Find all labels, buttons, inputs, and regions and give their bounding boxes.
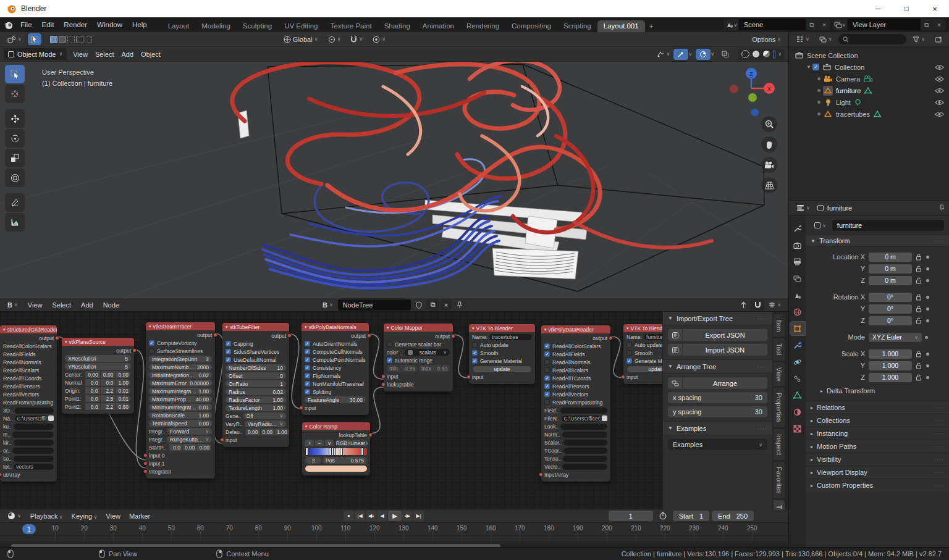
value-field[interactable]: 1.000 — [869, 361, 912, 370]
value-field[interactable]: 0° — [869, 304, 912, 314]
dropdown[interactable]: RungeKutta45∨ — [167, 436, 212, 443]
node-row-chk[interactable]: ✓ReadAllColorScalars — [544, 343, 607, 349]
node-row-chk[interactable]: ✓AutoOrientNormals — [305, 340, 366, 347]
checkbox[interactable]: ✓ — [544, 383, 550, 389]
checkbox[interactable]: ✓ — [226, 341, 231, 346]
viewport-menu-select[interactable]: Select — [91, 49, 118, 60]
node-color-ramp[interactable]: ▾Color RamplookupTable+−∨RGB ∨Linear ∨3P… — [302, 422, 370, 475]
node-vtkplanesource[interactable]: ▾vtkPlaneSourceoutputXResolution5YResolu… — [62, 338, 134, 414]
menu-edit[interactable]: Edit — [37, 20, 59, 30]
checkbox[interactable]: ✓ — [305, 373, 310, 378]
checkbox[interactable]: ✓ — [305, 341, 310, 346]
node-row-out[interactable]: output — [149, 332, 212, 338]
delete-scene-icon[interactable]: × — [818, 21, 830, 28]
properties-tab-output[interactable] — [790, 255, 805, 269]
node-row-field[interactable]: TerminalSpeed0.00 — [149, 420, 212, 427]
value-field[interactable]: NumberOfSides10 — [226, 364, 286, 371]
node-row-field[interactable]: MaximumIntegrationSt1.00 — [149, 388, 212, 395]
select-mode-intersect-icon[interactable] — [85, 36, 92, 43]
node-row-text[interactable]: m.. — [3, 431, 54, 438]
node-structuredgridreader[interactable]: ▾structuredGridReaderoutputReadAllColorS… — [0, 325, 57, 482]
node-row-out[interactable]: output — [65, 347, 131, 354]
sidebar-panel-header[interactable]: ▼Arrange Tree···· — [663, 360, 772, 374]
output-socket[interactable] — [367, 333, 371, 338]
sidebar-button-arrange[interactable]: Arrange — [668, 377, 767, 389]
node-canvas[interactable]: ▾structuredGridReaderoutputReadAllColorS… — [0, 312, 788, 509]
select-mode-invert-icon[interactable] — [76, 36, 83, 43]
node-row-chk[interactable]: ✓ReadAllTCoords — [544, 375, 607, 382]
node-row-chk[interactable]: ✓ComputeCellNormals — [305, 348, 366, 355]
output-socket[interactable] — [55, 336, 59, 340]
checkbox[interactable]: ✓ — [305, 357, 310, 362]
sidebar-tab-properties[interactable]: Properties — [774, 388, 785, 427]
stop-index-field[interactable]: 3 — [305, 457, 321, 464]
node-row-text[interactable]: lar.. — [3, 439, 54, 446]
node-vtkpolydatareader[interactable]: ▾vtkPolyDataReaderoutput✓ReadAllColorSca… — [541, 325, 610, 482]
viewport-menu-add[interactable]: Add — [117, 49, 137, 60]
scene-name[interactable]: Scene — [739, 19, 806, 30]
properties-tab-world[interactable] — [790, 305, 805, 319]
tool-measure[interactable] — [5, 213, 25, 232]
node-row-field[interactable]: NumberOfSides10 — [226, 364, 286, 371]
end-frame-field[interactable]: End250 — [712, 511, 754, 521]
tree-browse-button[interactable]: B∨ — [319, 299, 337, 311]
node-row-colordrop[interactable]: color ..scalars∨ — [387, 349, 450, 356]
fake-user-shield-icon[interactable] — [412, 299, 426, 311]
viewport-menu-object[interactable]: Object — [137, 49, 164, 60]
animate-dot[interactable] — [926, 307, 929, 311]
value-field[interactable]: 1.000 — [869, 373, 912, 382]
properties-tab-constraints[interactable] — [790, 372, 805, 385]
object-name-field[interactable]: furniture — [832, 220, 944, 231]
ramp-stop[interactable] — [333, 448, 336, 456]
node-row-out[interactable]: output — [305, 332, 366, 339]
node-row-button[interactable]: update — [472, 366, 532, 372]
node-snap-mode-dropdown[interactable]: ∨ — [765, 299, 785, 311]
node-row-text[interactable]: tor..vectors — [3, 463, 54, 470]
visibility-dropdown[interactable]: ∨ — [653, 49, 674, 60]
menu-window[interactable]: Window — [92, 20, 127, 30]
current-frame-field[interactable]: 1 — [609, 511, 653, 521]
animate-dot[interactable] — [926, 376, 929, 379]
checkbox[interactable]: ✓ — [305, 365, 310, 370]
select-mode-subtract-icon[interactable] — [67, 36, 75, 43]
outliner-row-tracertubes[interactable]: tracertubes — [789, 108, 949, 120]
animate-dot[interactable] — [926, 364, 929, 367]
shading-wireframe-icon[interactable] — [741, 50, 749, 58]
stopwatch-icon[interactable] — [656, 511, 670, 522]
sidebar-tab-tree[interactable]: Tree — [774, 500, 785, 509]
text-input[interactable]: C:\UsersOfficeGuid.. — [562, 416, 601, 422]
text-input[interactable] — [14, 424, 54, 430]
camera-view-icon[interactable] — [761, 157, 777, 173]
timeline-menu-view[interactable]: View — [101, 511, 125, 521]
node-row-text[interactable]: ku.. — [3, 423, 54, 430]
timeline-menu-keying[interactable]: Keying ∨ — [67, 511, 102, 521]
output-socket[interactable] — [609, 336, 613, 340]
new-collection-icon[interactable] — [931, 34, 946, 45]
value-field[interactable]: MaximumNumberOfSt2000 — [149, 364, 212, 370]
collapse-icon[interactable]: ▾ — [472, 326, 474, 331]
collapse-icon[interactable]: ▾ — [387, 325, 389, 330]
value-field[interactable]: 0 m — [869, 253, 912, 262]
node-row-chk[interactable]: ✓ComputeVorticity — [149, 340, 212, 346]
node-row-text[interactable]: Field.. — [544, 407, 607, 414]
node-row-chk[interactable]: ✓SidesShareVertices — [226, 348, 286, 355]
delta-transform-panel[interactable]: ▸Delta Transform — [806, 385, 949, 397]
close-button[interactable]: × — [921, 0, 949, 17]
node-row-in[interactable]: input 1 — [149, 460, 212, 467]
ortho-grid-icon[interactable] — [761, 177, 777, 193]
node-row-text[interactable]: or.. — [3, 447, 54, 454]
node-tree-name[interactable]: NodeTree — [338, 299, 411, 311]
delete-view-layer-icon[interactable]: × — [933, 21, 945, 28]
text-input[interactable] — [15, 407, 54, 414]
tool-annotate[interactable] — [5, 193, 25, 212]
node-vtkpolydatanormals[interactable]: ▾vtkPolyDataNormalsoutput✓AutoOrientNorm… — [302, 323, 369, 415]
node-row-text[interactable]: FileN..C:\UsersOfficeGuid.. — [544, 415, 607, 422]
node-row-chk[interactable]: ReadAllScalars — [544, 367, 607, 374]
snap-magnet-icon[interactable]: ∨ — [347, 34, 366, 45]
color-array-dropdown[interactable]: scalars∨ — [405, 349, 450, 356]
mode-dropdown[interactable]: XYZ Euler∨ — [869, 333, 922, 342]
zoom-icon[interactable] — [761, 116, 777, 132]
value-field[interactable]: RotationScale1.00 — [149, 412, 212, 419]
transform-orientation-dropdown[interactable]: Global∨ — [280, 34, 322, 45]
vector-value[interactable]: 0.00 — [116, 371, 130, 378]
